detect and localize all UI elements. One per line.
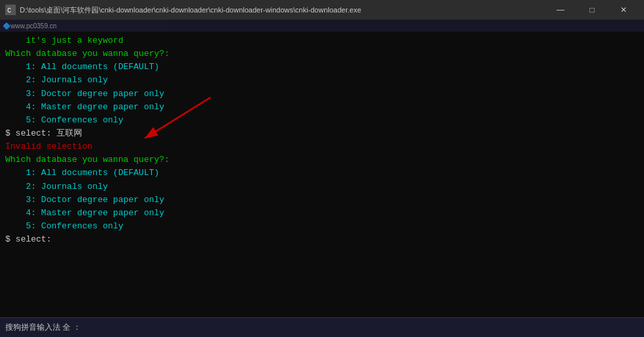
terminal-opt1-1: 1: All documents (DEFAULT) <box>5 61 639 74</box>
watermark-url: www.pc0359.cn <box>11 22 57 30</box>
terminal-line-keyword: it's just a keyword <box>5 34 639 47</box>
terminal-area: it's just a keyword Which database you w… <box>0 32 644 317</box>
terminal-invalid: Invalid selection <box>5 140 639 153</box>
titlebar-controls[interactable]: — □ ✕ <box>545 0 639 20</box>
watermark-bar: 🔷 www.pc0359.cn <box>0 20 644 32</box>
terminal-opt1-2: 2: Journals only <box>5 74 639 87</box>
terminal-opt2-1: 1: All documents (DEFAULT) <box>5 167 639 180</box>
minimize-button[interactable]: — <box>545 0 576 20</box>
terminal-query-first: Which database you wanna query?: <box>5 47 639 61</box>
terminal-opt2-5: 5: Conferences only <box>5 220 639 233</box>
terminal-opt2-2: 2: Journals only <box>5 180 639 194</box>
close-button[interactable]: ✕ <box>608 0 639 20</box>
titlebar-title: D:\tools\桌面\河车软件园\cnki-downloader\cnki-d… <box>20 5 361 15</box>
svg-text:C: C <box>7 7 11 14</box>
terminal-prompt1: $ select: 互联网 <box>5 127 639 140</box>
statusbar: 搜狗拼音输入法 全 ： <box>0 317 644 337</box>
terminal-opt1-3: 3: Doctor degree paper only <box>5 88 639 101</box>
titlebar: C D:\tools\桌面\河车软件园\cnki-downloader\cnki… <box>0 0 644 20</box>
terminal-opt2-3: 3: Doctor degree paper only <box>5 194 639 207</box>
titlebar-left: C D:\tools\桌面\河车软件园\cnki-downloader\cnki… <box>5 5 361 15</box>
terminal-opt1-5: 5: Conferences only <box>5 114 639 127</box>
watermark-logo: 🔷 <box>3 22 11 30</box>
terminal-opt2-4: 4: Master degree paper only <box>5 207 639 220</box>
maximize-button[interactable]: □ <box>577 0 607 20</box>
terminal-prompt2[interactable]: $ select: <box>5 233 639 246</box>
terminal-opt1-4: 4: Master degree paper only <box>5 101 639 114</box>
app-icon: C <box>5 5 16 15</box>
terminal-query-second: Which database you wanna query?: <box>5 153 639 167</box>
ime-status: 搜狗拼音输入法 全 ： <box>5 322 81 333</box>
